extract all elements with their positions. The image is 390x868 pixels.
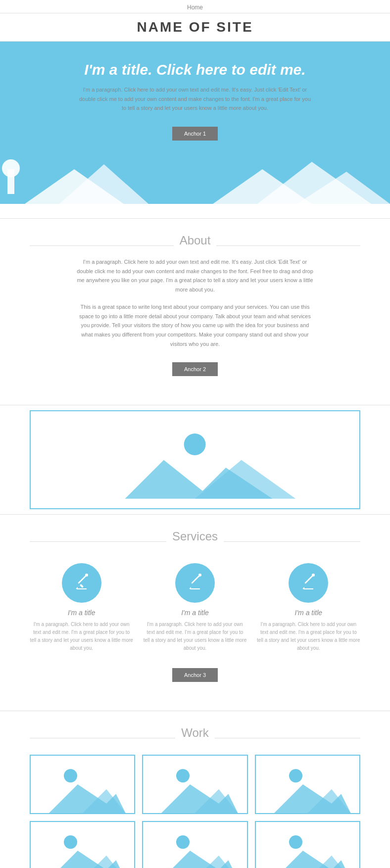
svg-point-1 — [2, 159, 20, 177]
svg-rect-11 — [79, 584, 83, 588]
hero-section: I'm a title. Click here to edit me. I'm … — [0, 42, 390, 204]
about-title-line: About — [30, 234, 360, 257]
svg-point-28 — [176, 769, 190, 782]
service-icon-1 — [62, 563, 101, 603]
service-item-3: I'm a title I'm a paragraph. Click here … — [257, 563, 360, 652]
svg-point-14 — [85, 574, 88, 577]
svg-marker-22 — [302, 587, 304, 589]
svg-marker-18 — [189, 587, 191, 589]
nav-bar: Home — [0, 0, 390, 13]
services-section: Services I'm a title I'm a paragraph. Cl… — [0, 515, 390, 711]
work-item-6[interactable] — [255, 821, 360, 868]
work-item-5[interactable] — [142, 821, 247, 868]
hero-title[interactable]: I'm a title. Click here to edit me. — [10, 61, 380, 78]
work-item-4[interactable] — [30, 821, 135, 868]
anchor-3-button[interactable]: Anchor 3 — [172, 668, 218, 682]
work-grid — [30, 755, 360, 868]
service-para-3[interactable]: I'm a paragraph. Click here to add your … — [257, 621, 360, 652]
services-title-line: Services — [30, 530, 360, 553]
svg-line-20 — [305, 576, 312, 583]
service-icon-2 — [175, 563, 215, 603]
service-title-2[interactable]: I'm a title — [143, 609, 246, 617]
work-title: Work — [181, 726, 209, 740]
work-item-3[interactable] — [255, 755, 360, 814]
service-icon-3 — [289, 563, 328, 603]
svg-line-13 — [79, 576, 86, 583]
svg-point-21 — [312, 574, 315, 577]
about-section: About I'm a paragraph. Click here to add… — [0, 219, 390, 405]
hero-image-placeholder — [30, 410, 360, 509]
svg-point-24 — [64, 769, 77, 782]
svg-point-40 — [176, 835, 190, 849]
site-title: NAME OF SITE — [0, 13, 390, 42]
hero-image-section — [0, 405, 390, 515]
service-title-3[interactable]: I'm a title — [257, 609, 360, 617]
home-link[interactable]: Home — [187, 4, 203, 11]
service-item-1: I'm a title I'm a paragraph. Click here … — [30, 563, 133, 652]
work-item-1[interactable] — [30, 755, 135, 814]
about-para-1[interactable]: I'm a paragraph. Click here to add your … — [76, 257, 314, 294]
service-item-2: I'm a title I'm a paragraph. Click here … — [143, 563, 246, 652]
work-item-2[interactable] — [142, 755, 247, 814]
services-row: I'm a title I'm a paragraph. Click here … — [30, 563, 360, 652]
svg-point-7 — [184, 434, 206, 455]
hero-paragraph[interactable]: I'm a paragraph. Click here to add your … — [76, 85, 314, 113]
service-para-2[interactable]: I'm a paragraph. Click here to add your … — [143, 621, 246, 652]
svg-point-44 — [289, 835, 302, 849]
service-para-1[interactable]: I'm a paragraph. Click here to add your … — [30, 621, 133, 652]
svg-point-36 — [64, 835, 77, 849]
service-title-1[interactable]: I'm a title — [30, 609, 133, 617]
hero-mountains — [0, 154, 390, 204]
work-section: Work — [0, 711, 390, 868]
svg-marker-12 — [76, 587, 78, 589]
svg-point-32 — [289, 769, 302, 782]
svg-marker-9 — [195, 460, 296, 498]
svg-line-16 — [192, 576, 199, 583]
about-title: About — [180, 234, 211, 247]
svg-point-17 — [198, 574, 201, 577]
anchor-1-button[interactable]: Anchor 1 — [172, 127, 218, 141]
services-title: Services — [172, 530, 218, 543]
work-title-line: Work — [30, 726, 360, 750]
about-para-2[interactable]: This is a great space to write long text… — [76, 302, 314, 348]
spacer-1 — [0, 204, 390, 219]
anchor-2-button[interactable]: Anchor 2 — [172, 362, 218, 376]
